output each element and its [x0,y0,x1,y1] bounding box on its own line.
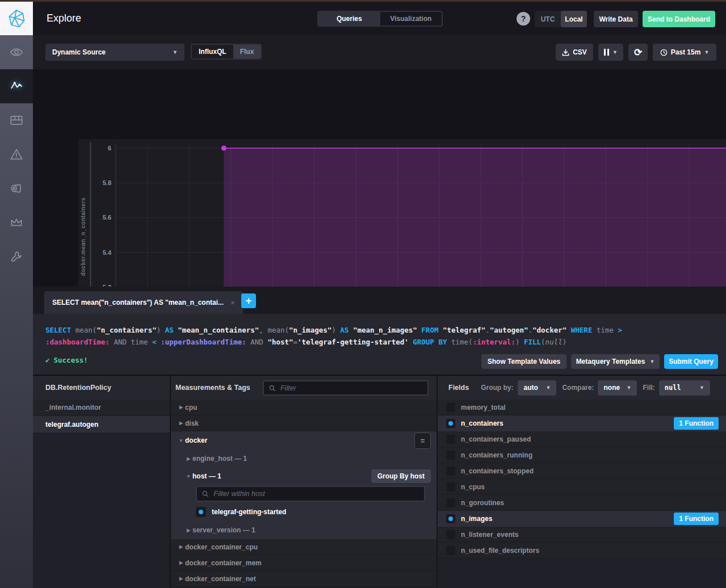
field-checkbox[interactable] [446,467,455,476]
chevron-right-icon[interactable]: ▶ [177,405,185,410]
field-row[interactable]: n_containers_running [438,447,726,463]
field-row[interactable]: memory_total [438,400,726,415]
local-toggle[interactable]: Local [561,11,587,27]
host-filter-input[interactable] [212,489,419,498]
query-tab[interactable]: SELECT mean("n_containers") AS "mean_n_c… [44,291,243,314]
chevron-right-icon[interactable]: ▶ [177,560,185,565]
chevron-right-icon[interactable]: ▶ [177,576,185,581]
query-code[interactable]: SELECT mean("n_containers") AS "mean_n_c… [45,324,715,348]
field-row[interactable]: n_listener_events [438,527,726,543]
utc-toggle[interactable]: UTC [535,11,561,27]
field-row[interactable]: n_cpus [438,479,726,495]
tag-row-engine-host[interactable]: ▶ engine_host — 1 [171,450,437,468]
tag-value-checkbox-checked[interactable] [196,507,206,517]
alert-triangle-icon [9,147,24,162]
measurement-row-docker-container-net[interactable]: ▶ docker_container_net [171,571,437,587]
pause-refresh-button[interactable]: ▼ [598,44,623,61]
sidebar-item-dashboards[interactable] [0,103,33,137]
group-by-dropdown[interactable]: auto ▼ [518,380,556,396]
tag-value-label: telegraf-getting-started [212,508,286,516]
host-filter-row [171,485,437,503]
host-filter[interactable] [196,486,425,502]
chronograf-logo[interactable] [0,2,33,35]
sidebar-item-alerting[interactable] [0,137,33,171]
navbar: Explore Queries Visualization ? UTC Loca… [33,2,726,35]
caret-down-icon: ▼ [627,385,632,390]
clock-icon [660,49,668,56]
add-query-button[interactable]: + [241,293,256,308]
field-row[interactable]: n_containers_stopped [438,463,726,479]
function-count-badge[interactable]: 1 Function [674,417,719,430]
function-count-badge[interactable]: 1 Function [674,513,719,525]
field-checkbox[interactable] [446,403,455,412]
measurements-filter[interactable] [263,380,429,396]
sidebar-item-log-viewer[interactable] [0,171,33,205]
field-checkbox-checked[interactable] [446,514,455,523]
chevron-right-icon[interactable]: ▶ [184,528,192,533]
equals-filter-badge[interactable]: = [414,432,431,449]
measurement-row-docker-container-mem[interactable]: ▶ docker_container_mem [171,555,437,571]
flux-toggle[interactable]: Flux [233,45,261,58]
caret-down-icon: ▼ [173,50,178,55]
time-range-dropdown[interactable]: Past 15m ▼ [653,44,716,61]
field-checkbox[interactable] [446,482,455,492]
influxql-toggle[interactable]: InfluxQL [192,45,233,58]
field-checkbox[interactable] [446,435,455,444]
query-code-line-2: :dashboardTime: AND time < :upperDashboa… [45,336,715,348]
chevron-right-icon[interactable]: ▶ [177,421,185,426]
chevron-right-icon[interactable]: ▶ [177,544,185,549]
measurement-row-docker-container-cpu[interactable]: ▶ docker_container_cpu [171,539,437,555]
chevron-right-icon[interactable]: ▶ [184,456,192,461]
compare-dropdown[interactable]: none ▼ [598,380,637,396]
measurement-row-disk[interactable]: ▶ disk [171,415,437,431]
graph-icon [9,79,24,94]
write-data-button[interactable]: Write Data [594,11,638,27]
measurement-row-docker[interactable]: ▼ docker = [171,431,437,450]
submit-query-button[interactable]: Submit Query [664,354,718,369]
db-item[interactable]: _internal.monitor [33,400,170,416]
field-row[interactable]: n_used_file_descriptors [438,543,726,558]
fill-dropdown[interactable]: null ▼ [659,380,710,396]
measurement-row-cpu[interactable]: ▶ cpu [171,400,437,415]
fill-value: null [665,384,681,392]
metaquery-templates-dropdown[interactable]: Metaquery Templates ▼ [571,354,660,369]
show-template-values-button[interactable]: Show Template Values [481,354,566,369]
field-checkbox[interactable] [446,530,455,539]
chart-region: 55.25.45.65.8609:4009:4109:4209:4309:440… [33,69,726,287]
chevron-down-icon[interactable]: ▼ [184,474,192,479]
tab-queries[interactable]: Queries [318,12,380,26]
field-row[interactable]: n_containers1 Function [438,415,726,431]
send-to-dashboard-button[interactable]: Send to Dashboard [643,11,715,27]
field-checkbox-checked[interactable] [446,419,455,428]
download-csv-button[interactable]: CSV [556,44,593,61]
field-row[interactable]: n_goroutines [438,495,726,511]
tab-visualization[interactable]: Visualization [380,12,442,26]
tag-value-row[interactable]: telegraf-getting-started [171,503,437,521]
close-icon[interactable]: × [230,299,235,307]
svg-text:6: 6 [108,145,111,152]
sidebar-item-host-list[interactable] [0,35,33,69]
field-row[interactable]: n_images1 Function [438,511,726,527]
sidebar-item-data-explorer[interactable] [0,69,33,103]
metaquery-templates-label: Metaquery Templates [576,358,645,366]
sidebar-item-admin[interactable] [0,205,33,240]
group-by-host-button[interactable]: Group By host [371,469,431,483]
measurements-header-title: Measurements & Tags [175,384,250,392]
measurements-filter-input[interactable] [279,384,422,393]
source-dropdown[interactable]: Dynamic Source ▼ [45,44,184,61]
db-item-selected[interactable]: telegraf.autogen [33,416,170,432]
sidebar-item-configuration[interactable] [0,240,33,274]
measurements-column-header: Measurements & Tags [171,376,437,400]
refresh-button[interactable]: ⟳ [628,44,648,61]
help-icon[interactable]: ? [517,12,530,26]
tag-row-host[interactable]: ▼ host — 1 Group By host [171,468,437,485]
source-dropdown-label: Dynamic Source [52,48,106,56]
field-row[interactable]: n_containers_paused [438,431,726,447]
chevron-down-icon[interactable]: ▼ [177,438,185,443]
field-checkbox[interactable] [446,498,455,507]
field-checkbox[interactable] [446,451,455,460]
dashboards-icon [9,113,24,128]
field-checkbox[interactable] [446,546,455,555]
wrench-icon [9,249,24,264]
tag-row-server-version[interactable]: ▶ server_version — 1 [171,521,437,539]
